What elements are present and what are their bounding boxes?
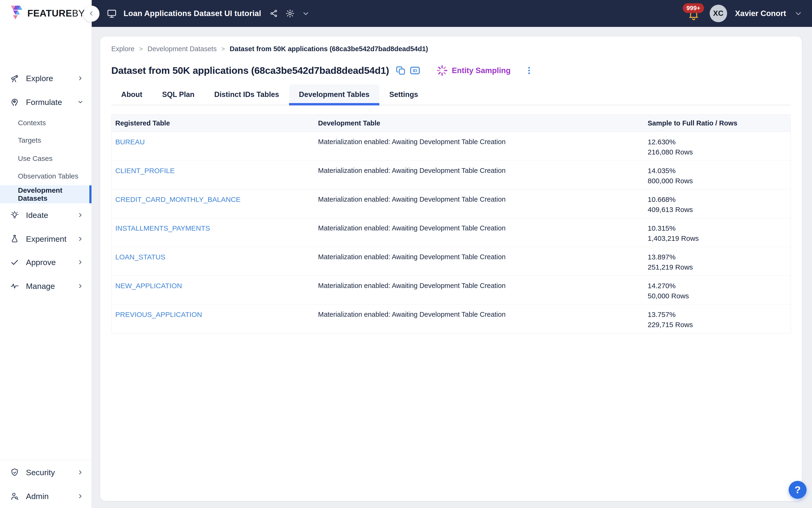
loading-spinner-icon [436, 65, 448, 76]
column-header-development-table: Development Table [314, 119, 644, 127]
user-search-icon [9, 492, 20, 501]
table-row: CREDIT_CARD_MONTHLY_BALANCE Materializat… [111, 189, 791, 218]
chevron-right-icon [77, 469, 84, 476]
sidebar-collapse-button[interactable] [84, 6, 99, 22]
user-menu-chevron-icon[interactable] [794, 9, 803, 18]
sidebar-item-label: Manage [26, 282, 55, 291]
chevron-left-icon [87, 9, 95, 18]
table-link-installments-payments[interactable]: INSTALLMENTS_PAYMENTS [115, 224, 210, 232]
table-row: NEW_APPLICATION Materialization enabled:… [111, 276, 791, 304]
tab-distinct-ids-tables[interactable]: Distinct IDs Tables [205, 84, 289, 105]
tab-sql-plan[interactable]: SQL Plan [152, 84, 205, 105]
sidebar-item-use-cases[interactable]: Use Cases [0, 150, 91, 167]
table-link-client-profile[interactable]: CLIENT_PROFILE [115, 167, 175, 174]
chevron-right-icon [77, 493, 84, 500]
row-status: Materialization enabled: Awaiting Develo… [318, 167, 505, 174]
table-link-new-application[interactable]: NEW_APPLICATION [115, 282, 182, 290]
breadcrumb-separator: > [139, 45, 143, 53]
settings-gear-icon[interactable] [285, 9, 295, 18]
sidebar-subitem-label: Targets [18, 136, 41, 144]
sidebar-item-label: Approve [26, 258, 56, 267]
breadcrumb-explore[interactable]: Explore [111, 45, 134, 53]
notification-badge: 999+ [683, 3, 704, 13]
tab-label: About [121, 90, 142, 99]
telescope-icon [9, 74, 20, 83]
table-row: PREVIOUS_APPLICATION Materialization ena… [111, 304, 791, 333]
sidebar-item-approve[interactable]: Approve [0, 252, 91, 273]
tab-label: SQL Plan [162, 90, 194, 99]
row-ratio: 14.035% [648, 167, 791, 175]
featurebyte-logo-icon [10, 5, 24, 21]
tab-development-tables[interactable]: Development Tables [289, 84, 379, 105]
help-button[interactable]: ? [788, 481, 807, 499]
breadcrumb-development-datasets[interactable]: Development Datasets [148, 45, 217, 53]
sidebar-item-manage[interactable]: Manage [0, 276, 91, 297]
sidebar-divider [0, 460, 91, 460]
column-header-sample-ratio: Sample to Full Ratio / Rows [644, 119, 791, 127]
row-ratio: 10.315% [648, 224, 791, 232]
copy-button[interactable] [396, 65, 406, 76]
notifications-button[interactable]: 999+ [685, 0, 703, 27]
main-content-card: Explore > Development Datasets > Dataset… [100, 37, 802, 501]
sidebar-item-security[interactable]: Security [0, 462, 91, 483]
tab-about[interactable]: About [111, 84, 152, 105]
sidebar-item-admin[interactable]: Admin [0, 485, 91, 507]
workspace-chevron-down-icon[interactable] [302, 9, 310, 17]
avatar[interactable]: XC [710, 5, 727, 22]
row-ratio: 13.757% [648, 310, 791, 319]
sidebar-item-label: Experiment [26, 235, 66, 244]
sidebar-item-development-datasets[interactable]: Development Datasets [0, 185, 91, 203]
tab-bar: About SQL Plan Distinct IDs Tables Devel… [111, 84, 791, 105]
sidebar-item-contexts[interactable]: Contexts [0, 114, 91, 132]
sidebar-subitem-label: Observation Tables [18, 172, 78, 180]
sidebar-item-experiment[interactable]: Experiment [0, 228, 91, 250]
sidebar: FEATUREBYTE Explore Formulate Contexts T… [0, 0, 92, 508]
lightbulb-icon [9, 210, 20, 220]
status-badge: Entity Sampling [452, 66, 510, 75]
kebab-menu-button[interactable] [524, 66, 534, 75]
sidebar-item-targets[interactable]: Targets [0, 131, 91, 149]
tab-label: Development Tables [299, 90, 369, 99]
activity-pulse-icon [9, 281, 20, 291]
sidebar-item-ideate[interactable]: Ideate [0, 205, 91, 226]
table-link-loan-status[interactable]: LOAN_STATUS [115, 253, 165, 261]
check-icon [9, 258, 20, 267]
sidebar-item-label: Security [26, 468, 55, 477]
title-row: Dataset from 50K applications (68ca3be54… [100, 65, 802, 76]
row-count: 251,219 Rows [648, 263, 791, 271]
table-row: BUREAU Materialization enabled: Awaiting… [111, 132, 791, 161]
development-tables-table: Registered Table Development Table Sampl… [111, 114, 791, 334]
monitor-icon [106, 8, 117, 18]
row-ratio: 14.270% [648, 282, 791, 290]
sidebar-item-explore[interactable]: Explore [0, 68, 91, 89]
table-link-previous-application[interactable]: PREVIOUS_APPLICATION [115, 310, 202, 319]
row-status: Materialization enabled: Awaiting Develo… [318, 196, 505, 203]
table-header-row: Registered Table Development Table Sampl… [111, 115, 791, 132]
table-link-credit-card-monthly-balance[interactable]: CREDIT_CARD_MONTHLY_BALANCE [115, 196, 240, 203]
chevron-right-icon [77, 212, 84, 219]
row-count: 1,403,219 Rows [648, 235, 791, 243]
sidebar-item-formulate[interactable]: Formulate [0, 91, 91, 113]
sidebar-item-label: Ideate [26, 211, 48, 220]
chevron-right-icon [77, 75, 84, 82]
id-badge-label: ID [413, 68, 417, 73]
sidebar-subitem-label: Use Cases [18, 155, 53, 163]
sidebar-subitem-label: Contexts [18, 119, 46, 127]
tab-label: Distinct IDs Tables [214, 90, 279, 99]
row-status: Materialization enabled: Awaiting Develo… [318, 310, 505, 318]
id-badge-button[interactable]: ID [409, 65, 421, 76]
sidebar-subitem-label: Development Datasets [18, 186, 91, 202]
row-count: 50,000 Rows [648, 292, 791, 300]
sidebar-item-label: Formulate [26, 98, 62, 107]
table-row: CLIENT_PROFILE Materialization enabled: … [111, 161, 791, 189]
row-ratio: 13.897% [648, 253, 791, 261]
tab-label: Settings [389, 90, 418, 99]
table-link-bureau[interactable]: BUREAU [115, 138, 145, 146]
chevron-right-icon [77, 259, 84, 266]
share-icon[interactable] [269, 9, 278, 18]
tab-settings[interactable]: Settings [379, 84, 428, 105]
sidebar-item-observation-tables[interactable]: Observation Tables [0, 167, 91, 185]
workspace-title: Loan Applications Dataset UI tutorial [124, 9, 261, 18]
chevron-right-icon [77, 236, 84, 243]
chevron-down-icon [77, 98, 84, 105]
